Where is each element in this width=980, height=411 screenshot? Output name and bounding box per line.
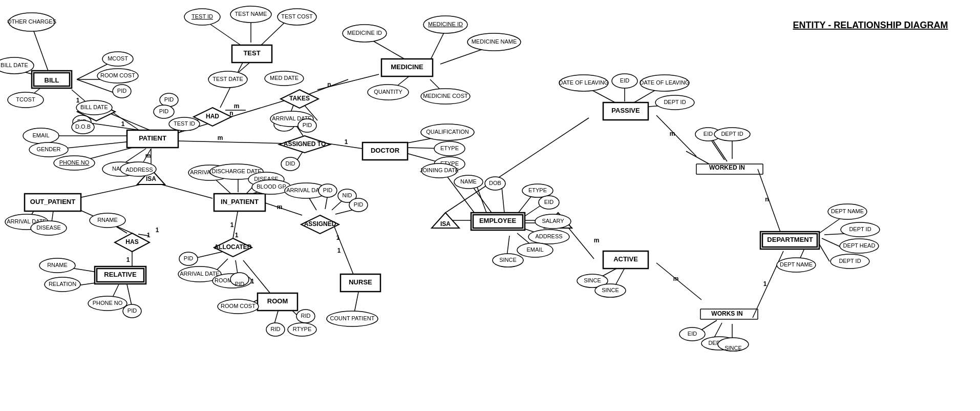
svg-text:ISA: ISA [146, 175, 156, 182]
svg-text:PID: PID [117, 88, 126, 94]
svg-text:MCOST: MCOST [108, 55, 128, 61]
svg-text:MEDICINE ID: MEDICINE ID [347, 30, 382, 36]
svg-text:DOB: DOB [489, 180, 501, 186]
svg-text:DEPT NAME: DEPT NAME [780, 261, 813, 268]
svg-text:BILL: BILL [45, 76, 59, 84]
svg-text:SALARY: SALARY [542, 218, 564, 224]
svg-text:m: m [234, 102, 240, 110]
svg-text:m: m [673, 275, 679, 282]
svg-text:RID: RID [301, 313, 311, 319]
svg-text:SINCE: SINCE [725, 345, 742, 351]
svg-text:PID: PID [235, 281, 244, 287]
svg-line-114 [753, 251, 783, 318]
er-diagram: ENTITY - RELATIONSHIP DIAGRAM 1 1 1 n m … [0, 0, 980, 411]
svg-line-86 [127, 284, 132, 307]
svg-text:TEST COST: TEST COST [281, 13, 313, 19]
diagram-container: ENTITY - RELATIONSHIP DIAGRAM 1 1 1 n m … [0, 0, 980, 411]
svg-text:MED DATE: MED DATE [270, 75, 299, 81]
svg-line-32 [430, 30, 445, 60]
svg-line-91 [517, 195, 532, 214]
svg-text:RTYPE: RTYPE [293, 326, 311, 332]
svg-text:m: m [218, 134, 223, 141]
svg-line-90 [502, 187, 504, 213]
svg-text:NAME: NAME [460, 178, 477, 184]
svg-text:TAKES: TAKES [289, 95, 310, 102]
svg-text:TCOST: TCOST [16, 96, 35, 102]
svg-line-116 [712, 141, 725, 160]
svg-line-66 [264, 202, 302, 215]
svg-text:SINCE: SINCE [584, 277, 601, 283]
svg-text:GENDER: GENDER [36, 146, 60, 152]
svg-line-126 [712, 138, 727, 161]
svg-text:OUT_PATIENT: OUT_PATIENT [30, 198, 75, 206]
svg-line-110 [656, 263, 701, 300]
svg-line-34 [369, 38, 407, 60]
svg-text:TEST ID: TEST ID [191, 13, 213, 19]
svg-line-50 [161, 184, 212, 198]
svg-text:TEST ID: TEST ID [174, 120, 195, 127]
svg-text:ROOM COST: ROOM COST [100, 72, 135, 78]
svg-text:BILL DATE: BILL DATE [1, 62, 28, 68]
svg-text:1: 1 [76, 97, 80, 104]
svg-text:MEDICINE: MEDICINE [391, 63, 423, 71]
svg-text:DOCTOR: DOCTOR [371, 147, 400, 154]
svg-text:DEPT ID: DEPT ID [849, 226, 871, 232]
svg-text:COUNT PATIENT: COUNT PATIENT [330, 315, 375, 321]
svg-text:OTHER CHARGES: OTHER CHARGES [7, 18, 56, 25]
svg-text:HAD: HAD [206, 113, 219, 120]
svg-text:TEST DATE: TEST DATE [212, 76, 243, 82]
svg-text:DATE OF LEAVING: DATE OF LEAVING [559, 79, 609, 86]
svg-text:PATIENT: PATIENT [139, 134, 166, 142]
svg-text:PID: PID [303, 122, 312, 128]
svg-text:PID: PID [323, 187, 332, 193]
svg-text:1: 1 [147, 232, 151, 239]
svg-text:ETYPE: ETYPE [528, 187, 547, 193]
svg-line-49 [74, 184, 141, 199]
svg-text:DISCHARGE DATE: DISCHARGE DATE [212, 168, 262, 174]
svg-text:1: 1 [337, 247, 341, 254]
svg-text:n: n [765, 196, 769, 203]
svg-text:DEPT NAME: DEPT NAME [831, 208, 864, 214]
svg-text:DEPARTMENT: DEPARTMENT [767, 236, 813, 243]
svg-text:PID: PID [184, 255, 193, 261]
svg-text:PID: PID [164, 96, 174, 102]
svg-line-15 [123, 149, 146, 164]
svg-text:EID: EID [620, 77, 629, 84]
svg-text:EMAIL: EMAIL [32, 132, 49, 138]
svg-line-25 [261, 20, 287, 45]
svg-text:RELATIVE: RELATIVE [104, 271, 137, 278]
svg-text:1: 1 [230, 221, 234, 229]
svg-text:m: m [670, 130, 675, 137]
svg-text:TEST NAME: TEST NAME [235, 11, 267, 17]
svg-text:DEPT ID: DEPT ID [839, 258, 861, 264]
svg-text:RNAME: RNAME [47, 262, 68, 268]
svg-text:m: m [145, 152, 151, 159]
svg-text:DEPT ID: DEPT ID [721, 131, 743, 137]
svg-text:PHONE NO: PHONE NO [59, 159, 90, 166]
svg-text:PID: PID [127, 307, 137, 314]
svg-text:ASSIGNED: ASSIGNED [304, 220, 336, 228]
svg-line-13 [61, 141, 136, 149]
svg-text:NID: NID [343, 192, 352, 198]
svg-text:1: 1 [235, 232, 239, 239]
svg-text:DID: DID [286, 160, 295, 167]
svg-text:PID: PID [354, 201, 363, 208]
svg-text:ISA: ISA [440, 220, 451, 228]
svg-text:HAS: HAS [125, 238, 138, 245]
svg-text:DEPT HEAD: DEPT HEAD [843, 242, 876, 249]
svg-text:PID: PID [159, 108, 168, 114]
svg-text:MEDICINE COST: MEDICINE COST [423, 93, 468, 99]
svg-text:SINCE: SINCE [602, 287, 619, 293]
svg-text:WORKED IN: WORKED IN [709, 164, 745, 171]
svg-line-112 [758, 169, 781, 233]
svg-text:m: m [277, 203, 283, 211]
svg-line-108 [656, 115, 696, 156]
svg-text:DISEASE: DISEASE [36, 224, 61, 231]
svg-text:1: 1 [156, 227, 159, 234]
svg-text:PASSIVE: PASSIVE [611, 107, 640, 114]
svg-text:BLOOD GP: BLOOD GP [257, 183, 286, 190]
svg-text:EMPLOYEE: EMPLOYEE [479, 217, 517, 224]
svg-text:1: 1 [336, 234, 340, 241]
svg-text:DEPT ID: DEPT ID [664, 99, 686, 105]
svg-text:MEDICINE NAME: MEDICINE NAME [472, 38, 517, 45]
